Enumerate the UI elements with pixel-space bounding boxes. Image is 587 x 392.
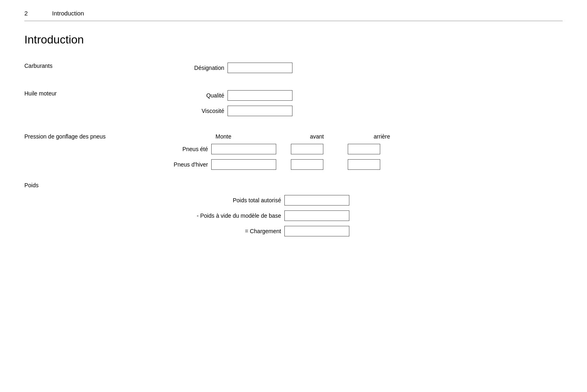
header: 2 Introduction [24,10,563,21]
poids-total-label: Poids total autorisé [24,197,284,204]
qualite-row: Qualité [154,90,563,101]
poids-total-row: Poids total autorisé [24,195,563,206]
pneus-ete-label: Pneus été [154,146,211,152]
designation-label: Désignation [154,65,227,71]
pneus-hiver-monte-input[interactable] [211,159,276,170]
pression-col-headers: Monte avant arrière [154,133,406,140]
pression-section: Pression de gonflage des pneus Monte ava… [24,133,563,170]
designation-row: Désignation [154,63,563,73]
pneus-hiver-arriere-input[interactable] [348,159,380,170]
designation-input[interactable] [227,63,292,73]
viscosite-label: Viscosité [154,108,227,114]
chargement-input[interactable] [284,226,349,236]
pression-label: Pression de gonflage des pneus [24,133,154,140]
carburants-fields: Désignation [154,63,563,78]
poids-total-input[interactable] [284,195,349,206]
poids-vide-row: - Poids à vide du modèle de base [24,210,563,221]
huile-moteur-section: Huile moteur Qualité Viscosité [24,90,563,121]
qualite-input[interactable] [227,90,292,101]
pneus-hiver-row: Pneus d'hiver [154,159,563,170]
header-title: Introduction [52,10,84,17]
chargement-row: = Chargement [24,226,563,236]
viscosite-input[interactable] [227,106,292,116]
pneus-ete-monte-input[interactable] [211,144,276,154]
pneus-hiver-avant-input[interactable] [291,159,323,170]
col-arriere-header: arrière [357,133,406,140]
col-monte-header: Monte [154,133,292,140]
pneus-hiver-label: Pneus d'hiver [154,161,211,168]
page-title: Introduction [24,33,563,46]
carburants-section: Carburants Désignation [24,63,563,78]
huile-moteur-label: Huile moteur [24,90,154,121]
pression-header-row: Pression de gonflage des pneus Monte ava… [24,133,563,140]
poids-vide-label: - Poids à vide du modèle de base [24,212,284,219]
col-avant-header: avant [292,133,341,140]
pneus-ete-arriere-input[interactable] [348,144,380,154]
carburants-label: Carburants [24,63,154,78]
poids-section: Poids Poids total autorisé - Poids à vid… [24,182,563,236]
viscosite-row: Viscosité [154,106,563,116]
chargement-label: = Chargement [24,228,284,234]
poids-vide-input[interactable] [284,210,349,221]
qualite-label: Qualité [154,92,227,99]
page: 2 Introduction Introduction Carburants D… [0,0,587,392]
page-number: 2 [24,10,28,17]
poids-label: Poids [24,182,563,188]
pneus-ete-row: Pneus été [154,144,563,154]
pneus-ete-avant-input[interactable] [291,144,323,154]
huile-moteur-fields: Qualité Viscosité [154,90,563,121]
